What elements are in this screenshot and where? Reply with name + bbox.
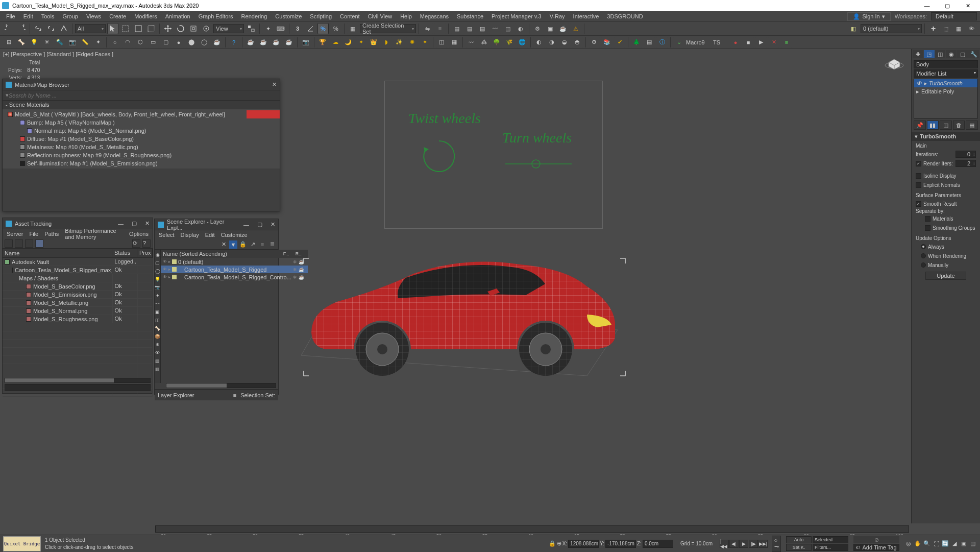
- se-expand[interactable]: ≡: [258, 241, 266, 249]
- map-row[interactable]: Metalness: Map #10 (Model_S_Metallic.png…: [3, 143, 280, 151]
- modify-tab[interactable]: ◳: [924, 50, 935, 58]
- workspaces-dropdown[interactable]: Default: [931, 12, 977, 20]
- noise-icon[interactable]: ⁂: [478, 37, 489, 48]
- play-icon[interactable]: ▶: [755, 37, 767, 48]
- render-iters-check[interactable]: ✓: [916, 161, 921, 166]
- map-row[interactable]: Self-illumination: Map #1 (Model_S_Emmis…: [3, 159, 280, 167]
- viewport-label[interactable]: [+] [Perspective ] [Standard ] [Edged Fa…: [3, 51, 113, 57]
- add-time-tag[interactable]: 🏷 Add Time Tag: [853, 544, 899, 551]
- menu-views[interactable]: Views: [83, 12, 104, 20]
- map-row[interactable]: Normal map: Map #6 (Model_S_Normal.png): [3, 127, 280, 135]
- se-f-group[interactable]: ▣: [155, 308, 160, 316]
- se-f-geom[interactable]: ▢: [155, 259, 160, 267]
- modifier-stack[interactable]: 👁 ▸ TurboSmooth ▸ Editable Poly: [914, 79, 978, 118]
- prev-frame-button[interactable]: ◀|: [729, 540, 739, 548]
- menu-civilview[interactable]: Civil View: [365, 12, 395, 20]
- hamburger-icon[interactable]: ≡: [781, 37, 792, 48]
- asset-hscroll[interactable]: [5, 378, 151, 383]
- update-manual-radio[interactable]: [921, 262, 926, 268]
- cloud-icon[interactable]: ☁: [330, 37, 341, 48]
- green-tree-icon[interactable]: 🌲: [631, 37, 642, 48]
- se-minimize[interactable]: —: [243, 222, 249, 228]
- tree-icon[interactable]: 🌳: [491, 37, 502, 48]
- se-f-11[interactable]: ▥: [155, 365, 160, 373]
- scene-row[interactable]: 👁▸Cartoon_Tesla_Model_S_Rigged_Contro...…: [161, 273, 308, 281]
- moon-icon[interactable]: 🌙: [342, 37, 354, 48]
- chevron-down-icon[interactable]: ⌄: [673, 37, 684, 48]
- se-col-name[interactable]: Name (Sorted Ascending): [163, 251, 283, 257]
- menu-vray[interactable]: V-Ray: [547, 12, 568, 20]
- menu-interactive[interactable]: Interactive: [570, 12, 602, 20]
- goto-start-button[interactable]: |◀◀: [720, 540, 729, 548]
- globe-icon[interactable]: 🌐: [517, 37, 528, 48]
- crown-icon[interactable]: 👑: [368, 37, 379, 48]
- pin-stack-button[interactable]: 📌: [914, 121, 926, 130]
- select-crossing-button[interactable]: [145, 23, 157, 34]
- map-row[interactable]: Bump: Map #5 ( VRayNormalMap ): [3, 118, 280, 127]
- curve-editor-button[interactable]: 〰: [489, 23, 501, 34]
- rotate-button[interactable]: [175, 23, 186, 34]
- menu-megascans[interactable]: Megascans: [417, 12, 452, 20]
- sep-sgroups-check[interactable]: [925, 225, 930, 231]
- torus-icon[interactable]: ◯: [199, 37, 210, 48]
- menu-animation[interactable]: Animation: [162, 12, 193, 20]
- unlink-button[interactable]: [45, 23, 57, 34]
- se-hscroll[interactable]: [166, 383, 276, 388]
- check-icon[interactable]: ✔: [614, 37, 625, 48]
- camera-icon[interactable]: 📷: [67, 37, 78, 48]
- tape-icon[interactable]: 📏: [80, 37, 91, 48]
- se-f-light[interactable]: 💡: [155, 275, 160, 283]
- spot2-icon[interactable]: ✨: [394, 37, 405, 48]
- selection-filter-dropdown[interactable]: All: [75, 24, 106, 33]
- asset-col-status[interactable]: Status: [112, 249, 137, 257]
- asset-col-prox[interactable]: Prox: [137, 249, 153, 257]
- keyboard-shortcut-button[interactable]: ⌨: [275, 23, 286, 34]
- sparkle-icon[interactable]: ✦: [419, 37, 430, 48]
- menu-customize[interactable]: Customize: [272, 12, 305, 20]
- proxy-icon[interactable]: ▦: [449, 37, 460, 48]
- matball2-icon[interactable]: ◑: [546, 37, 557, 48]
- ref-coord-dropdown[interactable]: View: [213, 24, 244, 33]
- se-lock[interactable]: 🔒: [239, 241, 247, 249]
- modifier-turbosmooth[interactable]: 👁 ▸ TurboSmooth: [914, 79, 977, 87]
- semi-icon[interactable]: ◗: [381, 37, 392, 48]
- menu-file[interactable]: File: [3, 12, 18, 20]
- x-field[interactable]: 1208.088cm: [568, 540, 599, 548]
- car-model[interactable]: [281, 238, 648, 381]
- object-name-field[interactable]: Body: [914, 60, 978, 68]
- spinner-snap-button[interactable]: %: [330, 23, 341, 34]
- mirror-button[interactable]: ⇋: [422, 23, 433, 34]
- asset-row[interactable]: Model_S_BaseColor.pngOk: [3, 282, 153, 291]
- box-icon[interactable]: ▢: [160, 37, 172, 48]
- info-icon[interactable]: ⓘ: [656, 37, 668, 48]
- scene-materials-header[interactable]: - Scene Materials: [3, 101, 280, 109]
- menu-tools[interactable]: Tools: [38, 12, 58, 20]
- se-f-bone[interactable]: 🦴: [155, 324, 160, 332]
- se-col-f[interactable]: F...: [283, 251, 296, 256]
- arc-icon[interactable]: ◠: [122, 37, 133, 48]
- update-always-radio[interactable]: [921, 244, 926, 249]
- modifier-list-dropdown[interactable]: Modifier List: [914, 69, 978, 78]
- display-tab[interactable]: ▢: [957, 50, 968, 58]
- min-viewport-icon[interactable]: ◫: [969, 540, 977, 548]
- bone-icon[interactable]: 🦴: [16, 37, 27, 48]
- se-f-shape[interactable]: ◯: [155, 267, 160, 275]
- redo-button[interactable]: [16, 23, 27, 34]
- add-to-layer-button[interactable]: ⬚: [940, 23, 951, 34]
- align-button[interactable]: ≡: [434, 23, 446, 34]
- asset-tb-3[interactable]: [25, 239, 33, 248]
- move-button[interactable]: [162, 23, 174, 34]
- menu-substance[interactable]: Substance: [454, 12, 486, 20]
- se-f-hidden[interactable]: 👁: [155, 349, 160, 356]
- cancel-icon[interactable]: ✕: [768, 37, 779, 48]
- y-field[interactable]: -170.188cm: [605, 540, 636, 548]
- matball1-icon[interactable]: ◐: [533, 37, 545, 48]
- menu-help[interactable]: Help: [397, 12, 415, 20]
- map-row[interactable]: Diffuse: Map #1 (Model_S_BaseColor.png): [3, 135, 280, 143]
- asset-close[interactable]: ✕: [145, 220, 150, 227]
- next-frame-button[interactable]: |▶: [749, 540, 758, 548]
- asset-minimize[interactable]: —: [118, 221, 124, 227]
- se-menu-edit[interactable]: Edit: [205, 232, 215, 238]
- asset-menu-options[interactable]: Options: [129, 231, 149, 237]
- se-f-all[interactable]: ◉: [155, 251, 160, 258]
